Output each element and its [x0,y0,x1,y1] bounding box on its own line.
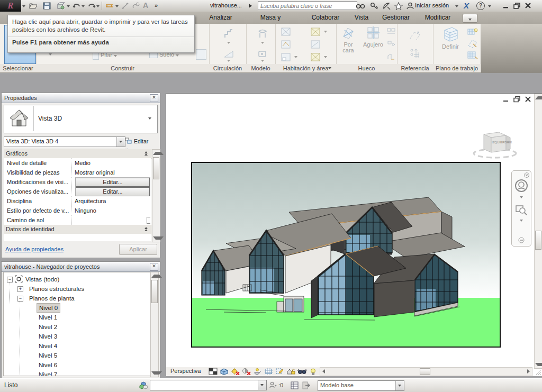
separador-habitacion-icon[interactable] [310,27,321,37]
collapse-section-icon[interactable] [144,227,148,231]
navbar-close-icon[interactable] [524,172,529,178]
properties-help-link[interactable]: Ayuda de propiedades [5,246,64,252]
tree-item-nivel-1[interactable]: Nivel 1 [39,313,57,322]
tree-item-nivel-4[interactable]: Nivel 4 [39,341,57,351]
properties-close-button[interactable]: ✕ [150,94,158,102]
search-input[interactable] [258,1,357,10]
editing-requests-icon[interactable] [269,381,277,389]
text-tool-icon[interactable]: A [143,1,148,10]
qat-overflow-icon[interactable]: » [155,2,158,8]
tree-item-nivel-6[interactable]: Nivel 6 [39,360,57,370]
collapse-icon[interactable]: − [17,296,23,302]
por-cara-button[interactable]: Por cara [338,26,359,62]
aligned-dimension-icon[interactable] [121,2,130,10]
exchange-apps-icon[interactable]: X [464,1,469,10]
tab-modificar[interactable]: Modificar [420,12,455,24]
hueco-vertical-icon[interactable] [386,40,396,48]
mostrar-plano-icon[interactable] [467,27,478,37]
sync-model-icon[interactable] [56,2,66,10]
sign-in-caret-icon[interactable] [455,5,458,7]
hscroll-thumb[interactable] [420,368,430,375]
worksets-combo[interactable] [150,380,267,390]
tag-hook-icon[interactable] [131,2,141,10]
project-browser-header[interactable]: vitrahouse - Navegador de proyectos ✕ [2,262,160,272]
zoom-region-icon[interactable] [515,204,528,216]
show-rendering-dialog-icon[interactable] [253,368,262,375]
editar-visibilidad-button[interactable]: Editar... [76,178,150,187]
etiqueta-area-caret-icon[interactable] [324,56,327,58]
show-crop-region-icon[interactable] [275,368,284,375]
tab-gestionar[interactable]: Gestionar [379,12,413,24]
property-row[interactable]: Nivel de detalle Medio [4,158,151,168]
tree-item-nivel-3[interactable]: Nivel 3 [39,332,57,341]
resize-grip[interactable] [534,368,542,376]
properties-scrollbar[interactable] [152,149,160,242]
tree-label[interactable]: Planos de planta [29,294,75,303]
crop-view-icon[interactable] [264,368,273,375]
view-scale-label[interactable]: Perspectiva [170,368,201,374]
measure-caret-icon[interactable] [115,5,119,7]
view-minimize-button[interactable] [502,96,510,103]
rejilla-trabajo-icon[interactable] [467,50,478,60]
escalera-button[interactable] [218,28,239,45]
design-options-dropdown[interactable] [395,381,404,390]
habitacion-caret-icon[interactable] [324,31,327,33]
property-row[interactable]: Disciplina Arquitectura [4,196,151,206]
tab-vista[interactable]: Vista [350,12,373,24]
key-subscription-icon[interactable] [369,2,379,10]
tree-item-nivel-2[interactable]: Nivel 2 [39,322,57,332]
type-selector-caret-icon[interactable] [148,117,151,120]
communication-center-icon[interactable] [382,2,392,10]
help-icon[interactable]: ? [476,2,485,10]
detail-level-icon[interactable] [209,368,218,375]
exclude-options-icon[interactable] [302,381,311,390]
panel-referencia[interactable]: Referencia [397,64,433,72]
sun-path-off-icon[interactable] [231,368,240,375]
reveal-hidden-elements-icon[interactable] [309,368,318,375]
zoom-caret-icon[interactable] [520,220,523,222]
viewcube-left-face[interactable] [491,135,506,152]
panel-hueco[interactable]: Hueco [336,64,398,72]
panel-circulacion[interactable]: Circulación [209,64,247,72]
panel-plano-de-trabajo[interactable]: Plano de trabajo [433,64,481,72]
properties-header[interactable]: Propiedades ✕ [2,93,160,103]
tree-label[interactable]: Vistas (todo) [25,275,59,284]
title-expand-icon[interactable] [249,4,252,8]
browser-scrollbar[interactable] [150,272,159,377]
section-graficos[interactable]: Gráficos [4,149,153,159]
viewcube[interactable]: IZQUIERDA FRE. [471,126,519,159]
etiqueta-habitacion-icon[interactable] [281,40,291,49]
habitacion-panel-caret-icon[interactable] [328,67,331,69]
close-button[interactable] [524,2,532,9]
apply-button[interactable]: Aplicar [119,244,157,255]
curtain-system-icon[interactable] [196,49,206,60]
property-row[interactable]: Opciones de visualiza... Editar... [4,187,151,197]
horizontal-scrollbar[interactable] [320,367,532,376]
editable-only-icon[interactable] [290,381,299,390]
scroll-left-icon[interactable] [322,369,325,373]
temporary-hide-isolate-icon[interactable] [297,368,306,375]
editar-visualizacion-button[interactable]: Editar... [76,187,150,196]
panel-seleccionar[interactable]: Seleccionar [0,64,37,72]
vertical-scrollbar[interactable] [534,94,542,369]
redo-icon[interactable] [87,2,96,10]
punto-referencia-icon[interactable] [409,47,421,59]
project-browser-close-button[interactable]: ✕ [150,263,158,271]
tree-item-nivel-7[interactable]: Nivel 7 [39,370,57,376]
unlocked-3d-view-icon[interactable] [286,368,295,375]
instance-selector-dropdown[interactable] [116,137,125,147]
shadows-off-icon[interactable] [242,368,251,375]
plano-area-caret-icon[interactable] [294,56,297,58]
type-selector[interactable]: Vista 3D [4,105,158,133]
definir-button[interactable]: Definir [438,26,463,62]
search-binoculars-icon[interactable] [356,2,365,10]
redo-caret-icon[interactable] [96,5,100,7]
edit-type-button[interactable]: Editar tipo [125,136,158,146]
agujero-button[interactable]: Agujero [362,26,384,62]
texto-modelo-button[interactable] [253,28,272,45]
tree-label[interactable]: Planos estructurales [29,284,84,294]
property-row[interactable]: Modificaciones de visi... Editar... [4,177,151,187]
design-options-combo[interactable]: Modelo base [318,380,404,391]
view-restore-button[interactable] [513,96,521,103]
tree-item-nivel-5[interactable]: Nivel 5 [39,351,57,360]
